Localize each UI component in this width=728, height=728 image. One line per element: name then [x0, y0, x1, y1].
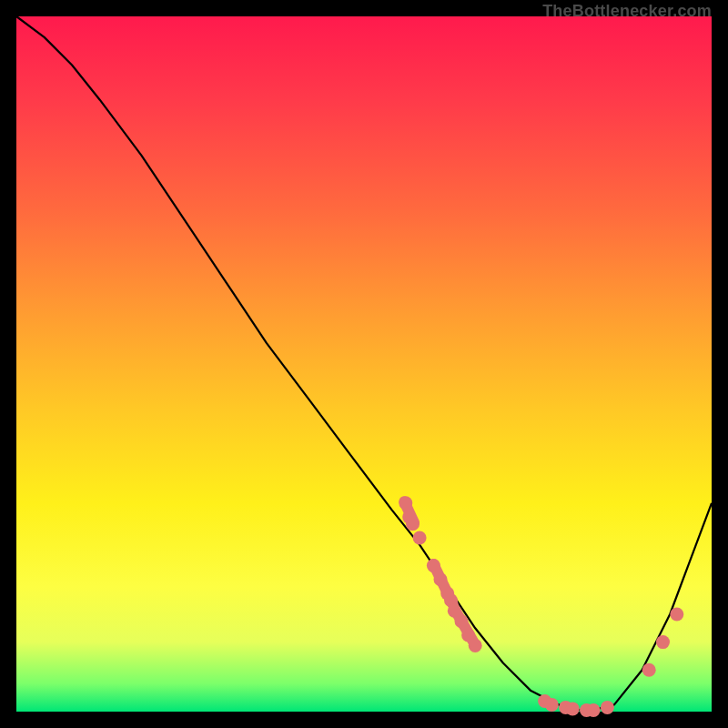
- chart-frame: TheBottlenecker.com: [0, 0, 728, 728]
- highlight-point: [670, 608, 683, 622]
- highlight-point: [642, 663, 656, 677]
- highlight-point: [601, 701, 614, 714]
- plot-gradient-area: [16, 16, 712, 712]
- highlight-point: [587, 703, 601, 717]
- attribution-text: TheBottlenecker.com: [542, 2, 712, 21]
- chart-svg: [16, 16, 712, 712]
- highlight-markers: [399, 496, 683, 717]
- highlight-point: [413, 531, 427, 545]
- highlight-point: [566, 702, 580, 715]
- highlight-point: [545, 698, 559, 712]
- bottleneck-curve: [16, 16, 712, 712]
- highlight-point: [656, 635, 670, 649]
